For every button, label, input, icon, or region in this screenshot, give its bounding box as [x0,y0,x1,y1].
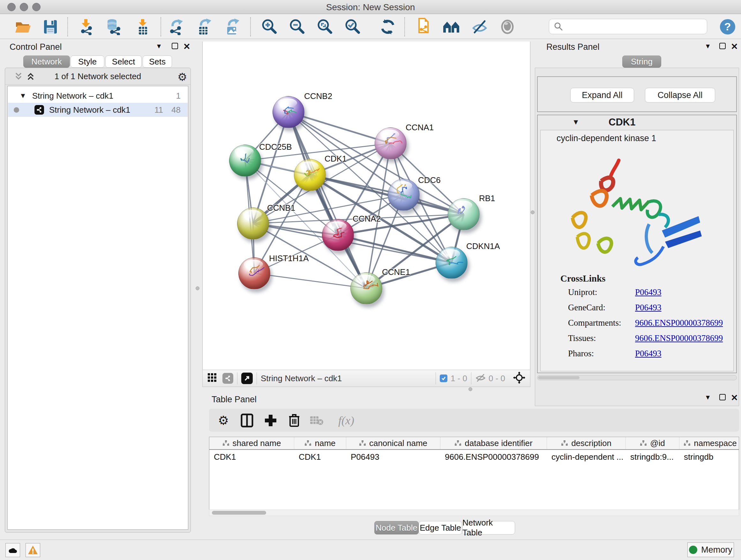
edge[interactable] [254,273,366,288]
crosslink-link[interactable]: P06493 [635,349,662,359]
hidden-eye-icon[interactable] [475,373,486,384]
zoom-out-icon[interactable] [288,18,306,36]
tab-sets[interactable]: Sets [143,56,172,68]
cell[interactable]: stringdb:9... [626,450,679,463]
table-panel-menu-caret[interactable]: ▾ [706,393,710,401]
column-header-sharedname[interactable]: shared name [209,437,294,449]
tab-string-results[interactable]: String [622,56,661,68]
table-row[interactable]: CDK1CDK1P064939606.ENSP00000378699cyclin… [209,450,739,463]
cell[interactable]: 9606.ENSP00000378699 [441,450,547,463]
gene-expander-icon[interactable]: ▼ [572,118,580,126]
selected-checkbox-icon[interactable] [440,374,448,382]
control-panel-float-icon[interactable] [172,43,178,51]
results-panel-close-icon[interactable]: ✕ [731,42,738,52]
node-label-CCNA2[interactable]: CCNA2 [353,214,381,224]
cell[interactable]: CDK1 [294,450,346,463]
delete-table-icon-disabled[interactable] [308,412,325,429]
horizontal-splitter-handle[interactable] [468,387,472,391]
node-label-CDC6[interactable]: CDC6 [418,175,441,185]
crosslink-link[interactable]: P06493 [635,303,662,313]
open-session-icon[interactable] [14,18,32,36]
zoom-selected-icon[interactable] [343,18,361,36]
tab-network[interactable]: Network [23,56,70,68]
first-neighbors-icon[interactable] [443,18,461,36]
cloud-icon[interactable] [5,543,20,557]
show-columns-icon[interactable] [239,412,256,429]
tab-network-table[interactable]: Network Table [462,521,515,535]
table-panel-float-icon[interactable] [719,394,726,401]
column-header-databaseidentifier[interactable]: database identifier [441,437,547,449]
memory-button[interactable]: Memory [687,543,734,557]
tab-node-table[interactable]: Node Table [374,521,419,535]
node-label-CDK1[interactable]: CDK1 [325,154,347,164]
node-CCNB1[interactable] [237,207,269,240]
control-panel-close-icon[interactable]: ✕ [183,42,191,52]
column-header-namespace[interactable]: namespace [679,437,739,449]
string-import-icon[interactable] [414,18,432,36]
node-CDKN1A[interactable] [435,247,468,279]
node-CCNA2[interactable] [322,219,354,251]
left-splitter-handle[interactable] [196,287,199,290]
node-HIST1H1A[interactable] [239,257,270,289]
import-table-file-icon[interactable] [134,18,151,36]
expand-all-button[interactable]: Expand All [570,88,634,103]
node-CCNB2[interactable] [273,96,305,128]
node-label-RB1[interactable]: RB1 [479,193,495,203]
table-hscrollbar[interactable] [209,509,739,516]
cell[interactable]: cyclin-dependent ... [547,450,626,463]
crosslink-link[interactable]: 9606.ENSP00000378699 [635,333,723,343]
export-network-icon[interactable] [167,18,185,36]
table-panel-close-icon[interactable]: ✕ [731,393,738,403]
node-RB1[interactable] [448,198,480,230]
network-collection-row[interactable]: ▼ String Network – cdk1 1 [8,89,188,103]
hide-selected-icon[interactable] [471,18,488,36]
warning-icon[interactable] [25,543,40,557]
import-network-file-icon[interactable] [77,18,95,36]
node-CDC25B[interactable] [229,145,261,177]
help-icon[interactable]: ? [719,18,737,36]
export-table-icon[interactable] [195,18,213,36]
node-CCNE1[interactable] [350,272,382,304]
refresh-view-icon[interactable] [379,18,397,36]
node-label-CCNA1[interactable]: CCNA1 [406,123,434,132]
crosslink-link[interactable]: P06493 [635,287,662,297]
network-canvas[interactable]: CCNB2CCNA1CDC25BCDK1CDC6RB1CCNB1CCNA2CDK… [202,42,530,370]
node-CDC6[interactable] [388,179,420,211]
node-label-CDKN1A[interactable]: CDKN1A [466,241,500,251]
results-scrollbar[interactable] [537,375,737,380]
function-builder-icon-disabled[interactable]: f(x) [333,412,359,429]
cell[interactable]: P06493 [346,450,441,463]
column-header-name[interactable]: name [294,437,346,449]
crosslink-link[interactable]: 9606.ENSP00000378699 [635,318,723,328]
zoom-fit-icon[interactable] [316,18,333,36]
tab-select[interactable]: Select [105,56,142,68]
results-panel-float-icon[interactable] [719,43,726,51]
collapse-all-button[interactable]: Collapse All [645,88,715,103]
control-panel-menu-caret[interactable]: ▾ [157,42,161,51]
tab-edge-table[interactable]: Edge Table [419,521,462,535]
right-splitter-handle[interactable] [531,210,535,214]
table-options-gear-icon[interactable]: ⚙ [215,412,232,429]
open-in-window-icon[interactable] [241,373,253,384]
column-header-canonicalname[interactable]: canonical name [346,437,441,449]
network-row[interactable]: String Network – cdk1 11 48 [8,103,188,117]
network-options-gear-icon[interactable]: ⚙ [178,71,187,83]
import-network-database-icon[interactable] [105,18,123,36]
collection-expander-icon[interactable]: ▼ [19,91,26,100]
show-grid-icon[interactable] [207,373,217,384]
node-label-CDC25B[interactable]: CDC25B [259,142,292,152]
network-birdseye-toggle-icon[interactable] [222,373,233,384]
results-panel-menu-caret[interactable]: ▾ [706,42,710,51]
node-label-HIST1H1A[interactable]: HIST1H1A [269,253,309,263]
delete-column-icon[interactable] [286,412,303,429]
add-column-icon[interactable] [262,412,279,429]
fit-content-crosshair-icon[interactable] [513,371,526,385]
search-input[interactable] [566,22,704,32]
table-hscroll-thumb[interactable] [212,511,266,515]
export-image-icon[interactable] [223,18,241,36]
search-field[interactable] [549,19,707,34]
cell[interactable]: stringdb [679,450,739,463]
node-CCNA1[interactable] [375,127,407,159]
column-header-description[interactable]: description [547,437,626,449]
node-label-CCNE1[interactable]: CCNE1 [382,267,410,277]
